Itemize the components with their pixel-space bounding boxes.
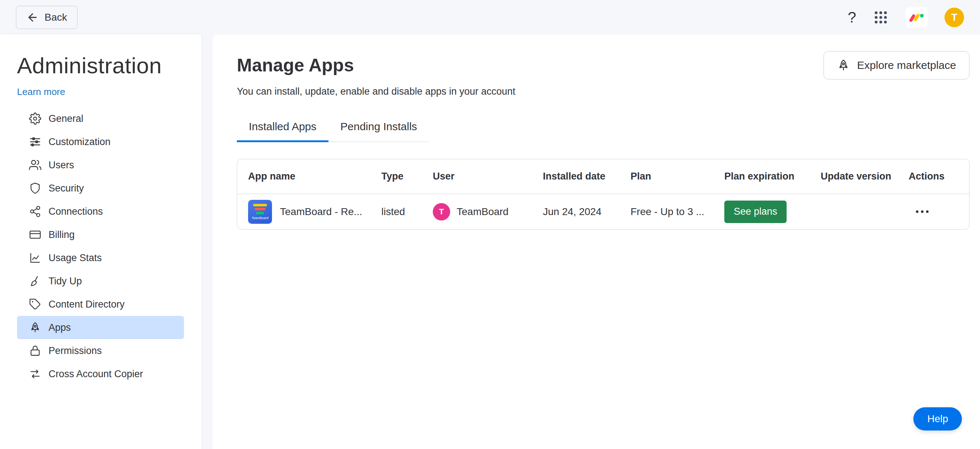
app-name-cell: TeamBoard TeamBoard - Re...: [237, 200, 381, 224]
sidebar-item-content-directory[interactable]: Content Directory: [17, 293, 184, 316]
sidebar-item-label: Apps: [49, 322, 71, 333]
lock-icon: [29, 345, 41, 357]
user-avatar[interactable]: T: [945, 8, 964, 27]
installed-date-cell: Jun 24, 2024: [543, 206, 630, 217]
back-button[interactable]: Back: [16, 6, 78, 29]
column-header-plan-expiration: Plan expiration: [724, 171, 821, 182]
column-header-user: User: [433, 171, 543, 182]
rocket-icon: [29, 321, 41, 334]
sidebar-item-general[interactable]: General: [17, 107, 184, 130]
sidebar-item-customization[interactable]: Customization: [17, 130, 184, 153]
app-name-text: TeamBoard - Re...: [280, 206, 362, 217]
topbar-right-group: ? T: [848, 7, 964, 27]
app-user-cell: T TeamBoard: [433, 203, 543, 221]
gear-icon: [29, 112, 41, 125]
sidebar: Administration Learn more General Custom…: [0, 34, 201, 449]
top-bar: Back ? T: [0, 0, 980, 34]
column-header-actions: Actions: [908, 171, 969, 182]
sliders-icon: [29, 136, 41, 148]
share-nodes-icon: [29, 205, 41, 217]
sidebar-item-permissions[interactable]: Permissions: [17, 339, 184, 362]
sidebar-item-security[interactable]: Security: [17, 177, 184, 200]
plan-cell: Free - Up to 3 ...: [630, 206, 724, 217]
main-panel: Manage Apps You can install, update, ena…: [213, 34, 980, 449]
sidebar-item-label: Content Directory: [49, 299, 124, 310]
sidebar-item-billing[interactable]: Billing: [17, 223, 184, 246]
main-header-text: Manage Apps You can install, update, ena…: [237, 55, 515, 97]
column-header-update-version: Update version: [821, 171, 908, 182]
broom-icon: [29, 275, 41, 287]
monday-logo[interactable]: [905, 7, 928, 27]
sidebar-item-label: Billing: [49, 229, 75, 240]
sidebar-item-label: Security: [49, 183, 84, 194]
credit-card-icon: [29, 228, 41, 241]
tab-installed-apps[interactable]: Installed Apps: [237, 120, 328, 141]
plan-expiration-cell: See plans: [724, 201, 821, 223]
back-arrow-icon: [26, 11, 39, 24]
explore-marketplace-button[interactable]: Explore marketplace: [824, 51, 969, 80]
sidebar-item-cross-account-copier[interactable]: Cross Account Copier: [17, 362, 184, 385]
sidebar-item-label: Usage Stats: [49, 252, 102, 264]
sidebar-item-usage-stats[interactable]: Usage Stats: [17, 246, 184, 270]
sidebar-title: Administration: [17, 53, 201, 78]
apps-grid-icon[interactable]: [873, 10, 889, 26]
rocket-icon: [837, 59, 850, 72]
tag-icon: [29, 298, 41, 310]
sidebar-item-connections[interactable]: Connections: [17, 200, 184, 223]
sidebar-menu: General Customization Users Security Con…: [17, 107, 184, 385]
line-chart-icon: [29, 252, 41, 264]
sidebar-item-label: Permissions: [49, 345, 102, 356]
users-icon: [29, 159, 41, 171]
sidebar-item-label: Cross Account Copier: [49, 369, 143, 380]
row-user-avatar: T: [433, 203, 450, 221]
shield-icon: [29, 182, 41, 194]
tab-pending-installs[interactable]: Pending Installs: [328, 120, 429, 141]
help-question-icon[interactable]: ?: [848, 10, 856, 25]
sidebar-item-label: Users: [49, 160, 74, 171]
row-actions-menu-icon[interactable]: [908, 210, 929, 213]
column-header-type: Type: [381, 171, 433, 182]
table-header-row: App name Type User Installed date Plan P…: [237, 159, 969, 194]
main-header: Manage Apps You can install, update, ena…: [237, 55, 969, 97]
table-row: TeamBoard TeamBoard - Re... listed T Tea…: [237, 194, 969, 229]
app-type-cell: listed: [381, 206, 433, 217]
sidebar-item-tidy-up[interactable]: Tidy Up: [17, 270, 184, 293]
column-header-app-name: App name: [237, 171, 381, 182]
transfer-arrows-icon: [29, 368, 41, 380]
sidebar-item-apps[interactable]: Apps: [17, 316, 184, 339]
sidebar-item-label: General: [49, 113, 83, 125]
teamboard-app-icon: TeamBoard: [248, 200, 272, 224]
sidebar-item-users[interactable]: Users: [17, 153, 184, 177]
app-icon-label: TeamBoard: [252, 217, 268, 220]
learn-more-link[interactable]: Learn more: [17, 86, 65, 97]
tab-bar: Installed Apps Pending Installs: [237, 120, 429, 142]
page-title: Manage Apps: [237, 55, 515, 76]
actions-cell: [908, 210, 969, 213]
explore-marketplace-label: Explore marketplace: [857, 59, 956, 72]
see-plans-button[interactable]: See plans: [724, 201, 787, 223]
sidebar-item-label: Tidy Up: [49, 276, 82, 287]
sidebar-item-label: Connections: [49, 206, 103, 217]
back-button-label: Back: [45, 11, 67, 23]
row-user-name: TeamBoard: [457, 206, 509, 217]
page-subtitle: You can install, update, enable and disa…: [237, 86, 515, 97]
column-header-plan: Plan: [630, 171, 724, 182]
help-button[interactable]: Help: [913, 407, 962, 430]
installed-apps-table: App name Type User Installed date Plan P…: [237, 159, 969, 230]
column-header-installed-date: Installed date: [543, 171, 630, 182]
sidebar-item-label: Customization: [49, 136, 110, 148]
